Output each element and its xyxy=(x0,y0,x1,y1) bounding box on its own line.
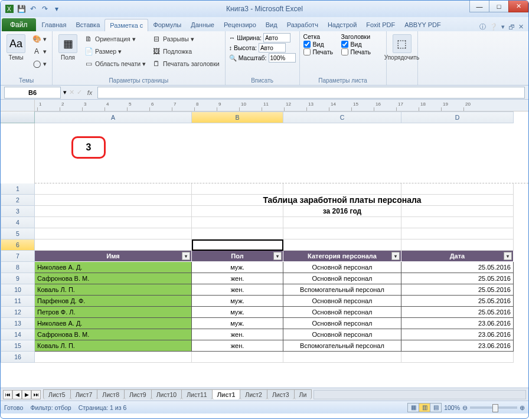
table-cell[interactable]: 25.05.2016 xyxy=(401,284,514,296)
row-header-3[interactable]: 3 xyxy=(1,206,35,217)
ribbon-tab-7[interactable]: Разработч xyxy=(282,19,323,31)
cell[interactable] xyxy=(35,183,192,195)
size-button[interactable]: 📄Размер ▾ xyxy=(82,45,148,57)
minimize-button[interactable]: — xyxy=(469,1,489,12)
table-cell[interactable]: жен. xyxy=(192,340,283,352)
file-tab[interactable]: Файл xyxy=(2,18,36,31)
cell[interactable] xyxy=(35,239,192,251)
table-cell[interactable]: жен. xyxy=(192,284,283,296)
colors-button[interactable]: 🎨▾ xyxy=(30,33,48,45)
col-header-A[interactable]: A xyxy=(35,111,192,123)
table-cell[interactable]: Сафронова В. М. xyxy=(35,329,192,340)
name-box[interactable]: B6 xyxy=(4,87,61,99)
table-cell[interactable]: Вспомогательный персонал xyxy=(283,284,401,296)
sheet-tab[interactable]: Лист5 xyxy=(43,389,71,399)
table-header[interactable]: Имя▾ xyxy=(35,251,192,262)
doc-close-icon[interactable]: ✕ xyxy=(518,23,524,31)
ribbon-tab-10[interactable]: ABBYY PDF xyxy=(400,19,446,31)
redo-icon[interactable]: ↷ xyxy=(40,4,50,14)
headings-view-checkbox[interactable]: Вид xyxy=(341,41,383,48)
sheet-tab[interactable]: Лист9 xyxy=(124,389,152,399)
table-cell[interactable]: 25.05.2016 xyxy=(401,273,514,284)
zoom-out-icon[interactable]: ⊖ xyxy=(462,404,468,411)
cell[interactable] xyxy=(192,206,283,217)
table-cell[interactable]: Коваль Л. П. xyxy=(35,284,192,296)
sheet-tab[interactable]: Лист11 xyxy=(181,389,213,399)
page-break-view-icon[interactable]: ▤ xyxy=(430,403,442,412)
ribbon-tab-9[interactable]: Foxit PDF xyxy=(361,19,400,31)
tab-first-icon[interactable]: ⏮ xyxy=(3,390,12,399)
page-layout-view-icon[interactable]: ▥ xyxy=(419,403,430,412)
table-cell[interactable]: 23.06.2016 xyxy=(401,329,514,340)
row-header-10[interactable]: 10 xyxy=(1,284,35,296)
cell[interactable] xyxy=(192,239,283,251)
cell[interactable] xyxy=(35,217,192,228)
table-cell[interactable]: Основной персонал xyxy=(283,262,401,273)
cell[interactable] xyxy=(192,352,283,363)
margins-button[interactable]: ▦ Поля xyxy=(56,33,80,62)
table-cell[interactable]: Основной персонал xyxy=(283,329,401,340)
col-header-B[interactable]: B xyxy=(192,111,283,123)
fonts-button[interactable]: A▾ xyxy=(30,45,48,57)
excel-icon[interactable]: X xyxy=(4,4,15,14)
ribbon-min-icon[interactable]: ▾ xyxy=(501,23,505,31)
table-cell[interactable]: Сафронова В. М. xyxy=(35,273,192,284)
table-cell[interactable]: Коваль Л. П. xyxy=(35,340,192,352)
row-header-8[interactable]: 8 xyxy=(1,262,35,273)
table-cell[interactable]: муж. xyxy=(192,318,283,329)
row-header-2[interactable]: 2 xyxy=(1,195,35,206)
formula-input[interactable] xyxy=(97,87,525,99)
scale-input[interactable] xyxy=(269,53,296,63)
cell[interactable] xyxy=(35,352,192,363)
arrange-button[interactable]: ⬚ Упорядочить xyxy=(390,33,414,62)
ribbon-tab-2[interactable]: Разметка с xyxy=(105,19,148,31)
col-header-C[interactable]: C xyxy=(283,111,401,123)
select-all-corner[interactable] xyxy=(1,111,35,123)
row-header-12[interactable]: 12 xyxy=(1,307,35,318)
cell[interactable]: за 2016 год xyxy=(283,206,401,217)
table-cell[interactable]: жен. xyxy=(192,329,283,340)
row-header-14[interactable]: 14 xyxy=(1,329,35,340)
effects-button[interactable]: ◯▾ xyxy=(30,58,48,70)
height-input[interactable] xyxy=(259,43,286,52)
table-header[interactable]: Дата▾ xyxy=(401,251,514,262)
cell[interactable] xyxy=(192,217,283,228)
cancel-icon[interactable]: ✕ xyxy=(69,88,74,96)
minimize-ribbon-icon[interactable]: ⓘ xyxy=(479,22,486,31)
close-button[interactable]: ✕ xyxy=(508,1,528,12)
cell[interactable] xyxy=(35,228,192,239)
gridlines-view-checkbox[interactable]: Вид xyxy=(303,41,339,48)
row-header-11[interactable]: 11 xyxy=(1,296,35,307)
table-cell[interactable]: муж. xyxy=(192,296,283,307)
filter-icon[interactable]: ▾ xyxy=(273,252,282,260)
cell[interactable]: Таблица заработной платы персонала xyxy=(283,195,401,206)
gridlines-print-checkbox[interactable]: Печать xyxy=(303,48,339,55)
page-header-area[interactable]: 3 xyxy=(35,123,528,183)
tab-next-icon[interactable]: ▶ xyxy=(22,390,31,399)
filter-icon[interactable]: ▾ xyxy=(182,252,190,260)
zoom-in-icon[interactable]: ⊕ xyxy=(520,404,525,411)
row-header-1[interactable]: 1 xyxy=(1,183,35,195)
row-header-5[interactable]: 5 xyxy=(1,228,35,239)
fx-icon[interactable]: fx xyxy=(84,89,95,96)
row-header-16[interactable]: 16 xyxy=(1,352,35,363)
cell[interactable] xyxy=(283,183,401,195)
normal-view-icon[interactable]: ▦ xyxy=(407,403,419,412)
sheet-tab[interactable]: Лист7 xyxy=(70,389,98,399)
background-button[interactable]: 🖼Подложка xyxy=(150,45,221,57)
breaks-button[interactable]: ⊟Разрывы ▾ xyxy=(150,33,221,45)
cell[interactable] xyxy=(283,239,401,251)
row-header-6[interactable]: 6 xyxy=(1,239,35,251)
cell[interactable] xyxy=(192,183,283,195)
qat-dropdown-icon[interactable]: ▾ xyxy=(51,4,62,14)
horizontal-scrollbar[interactable] xyxy=(314,390,526,399)
themes-button[interactable]: Aa Темы xyxy=(4,33,28,62)
print-area-button[interactable]: ▭Область печати ▾ xyxy=(82,58,148,70)
print-titles-button[interactable]: 🗒Печатать заголовки xyxy=(150,58,221,70)
save-icon[interactable]: 💾 xyxy=(16,4,27,14)
horizontal-ruler[interactable]: 1234567891011121314151617181920 xyxy=(35,100,528,111)
table-cell[interactable]: Вспомогательный персонал xyxy=(283,340,401,352)
headings-print-checkbox[interactable]: Печать xyxy=(341,48,383,55)
ribbon-tab-3[interactable]: Формулы xyxy=(148,19,186,31)
ribbon-tab-8[interactable]: Надстрой xyxy=(323,19,361,31)
